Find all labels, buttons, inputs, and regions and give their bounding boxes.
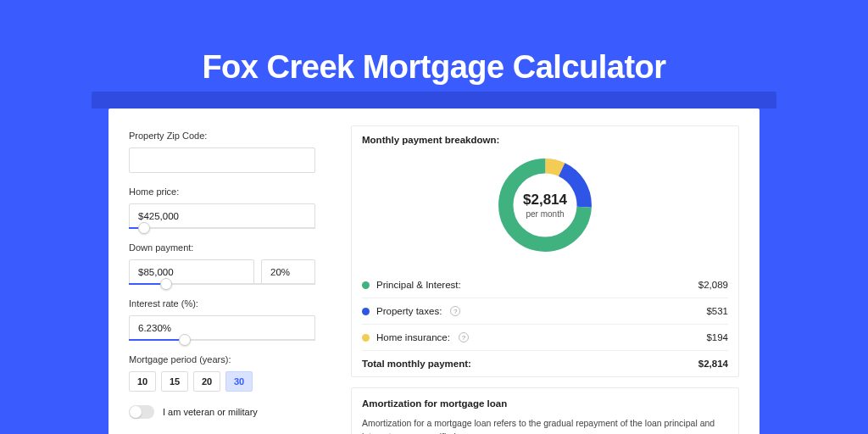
rate-input[interactable]	[129, 315, 315, 341]
period-30-button[interactable]: 30	[225, 371, 253, 392]
period-15-button[interactable]: 15	[161, 371, 188, 392]
amort-text: Amortization for a mortgage loan refers …	[362, 417, 728, 434]
breakdown-title: Monthly payment breakdown:	[362, 135, 728, 145]
price-input[interactable]	[129, 203, 315, 229]
down-amount-input[interactable]	[129, 259, 254, 285]
help-icon[interactable]: ?	[450, 306, 460, 316]
donut-amount: $2,814	[523, 192, 567, 209]
veteran-row: I am veteran or military	[129, 405, 315, 419]
amort-title: Amortization for mortgage loan	[362, 398, 728, 409]
help-icon[interactable]: ?	[459, 332, 469, 342]
dot-icon	[362, 308, 370, 315]
rate-slider-thumb[interactable]	[179, 334, 191, 346]
zip-field: Property Zip Code:	[129, 131, 315, 173]
legend-row-insurance: Home insurance: ? $194	[362, 325, 728, 351]
donut-sub: per month	[526, 209, 564, 219]
legend-value: $194	[706, 332, 728, 342]
total-label: Total monthly payment:	[362, 359, 471, 369]
veteran-label: I am veteran or military	[163, 407, 258, 417]
results-panel: Monthly payment breakdown: $2,814 per mo…	[336, 108, 760, 434]
legend-row-total: Total monthly payment: $2,814	[362, 351, 728, 376]
price-slider[interactable]	[129, 227, 315, 229]
veteran-toggle[interactable]	[129, 405, 154, 419]
price-label: Home price:	[129, 186, 315, 197]
period-label: Mortgage period (years):	[129, 354, 315, 364]
legend-row-principal: Principal & Interest: $2,089	[362, 272, 728, 298]
card-top-accent	[92, 92, 776, 108]
breakdown-box: Monthly payment breakdown: $2,814 per mo…	[351, 125, 739, 377]
amortization-box: Amortization for mortgage loan Amortizat…	[351, 387, 739, 434]
price-slider-thumb[interactable]	[138, 222, 150, 234]
period-10-button[interactable]: 10	[129, 371, 156, 392]
period-options: 10 15 20 30	[129, 371, 315, 392]
donut-center: $2,814 per month	[493, 153, 597, 257]
down-pct-input[interactable]	[261, 259, 315, 285]
period-field: Mortgage period (years): 10 15 20 30	[129, 354, 315, 392]
dot-icon	[362, 334, 370, 342]
rate-field: Interest rate (%):	[129, 298, 315, 341]
toggle-knob	[130, 406, 142, 418]
total-value: $2,814	[698, 359, 728, 369]
down-field: Down payment:	[129, 242, 315, 285]
legend-label: Principal & Interest:	[376, 280, 461, 290]
calculator-card: Property Zip Code: Home price: Down paym…	[108, 108, 760, 434]
legend-value: $531	[706, 306, 728, 316]
legend-value: $2,089	[698, 280, 728, 290]
hero: Fox Creek Mortgage Calculator	[0, 0, 868, 86]
zip-label: Property Zip Code:	[129, 131, 315, 141]
form-panel: Property Zip Code: Home price: Down paym…	[108, 108, 336, 434]
dot-icon	[362, 281, 370, 289]
price-field: Home price:	[129, 186, 315, 229]
page-title: Fox Creek Mortgage Calculator	[0, 49, 868, 86]
zip-input[interactable]	[129, 147, 315, 173]
period-20-button[interactable]: 20	[193, 371, 220, 392]
rate-slider[interactable]	[129, 339, 315, 341]
donut-chart: $2,814 per month	[362, 153, 728, 257]
legend-label: Property taxes:	[376, 306, 442, 316]
rate-label: Interest rate (%):	[129, 298, 315, 309]
down-slider-thumb[interactable]	[160, 278, 172, 290]
legend-label: Home insurance:	[376, 332, 450, 342]
legend-row-taxes: Property taxes: ? $531	[362, 298, 728, 325]
down-label: Down payment:	[129, 242, 315, 253]
down-slider[interactable]	[129, 283, 315, 285]
